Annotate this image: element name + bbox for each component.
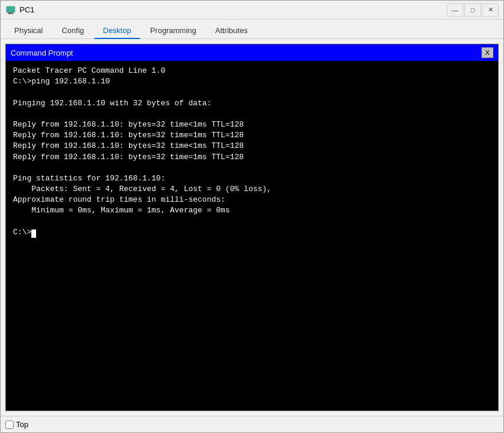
cmd-cursor — [31, 230, 36, 238]
minimize-button[interactable]: — — [447, 4, 463, 17]
cmd-title-bar: Command Prompt X — [6, 44, 498, 61]
window-icon — [5, 5, 16, 15]
main-window: PC1 — □ ✕ Physical Config Desktop Progra… — [0, 0, 504, 433]
tab-config[interactable]: Config — [53, 22, 93, 39]
command-prompt-window: Command Prompt X Packet Tracer PC Comman… — [5, 44, 499, 411]
svg-rect-0 — [7, 7, 15, 12]
top-label: Top — [16, 420, 28, 429]
tab-desktop[interactable]: Desktop — [94, 22, 140, 39]
tab-programming[interactable]: Programming — [141, 22, 205, 39]
top-checkbox-label: Top — [5, 420, 28, 429]
svg-rect-2 — [8, 14, 14, 14]
close-button[interactable]: ✕ — [482, 4, 499, 17]
window-controls: — □ ✕ — [447, 4, 499, 17]
window-title: PC1 — [20, 5, 447, 14]
cmd-body[interactable]: Packet Tracer PC Command Line 1.0 C:\>pi… — [6, 61, 498, 411]
content-area: Command Prompt X Packet Tracer PC Comman… — [1, 39, 503, 416]
top-checkbox[interactable] — [5, 421, 14, 429]
cmd-title-text: Command Prompt — [11, 49, 73, 57]
cmd-close-button[interactable]: X — [482, 47, 493, 58]
tab-bar: Physical Config Desktop Programming Attr… — [1, 20, 503, 39]
maximize-button[interactable]: □ — [464, 4, 481, 17]
title-bar: PC1 — □ ✕ — [1, 1, 503, 20]
cmd-output: Packet Tracer PC Command Line 1.0 C:\>pi… — [13, 66, 491, 238]
bottom-bar: Top — [1, 416, 503, 432]
svg-rect-1 — [8, 12, 13, 14]
tab-attributes[interactable]: Attributes — [206, 22, 257, 39]
tab-physical[interactable]: Physical — [5, 22, 51, 39]
